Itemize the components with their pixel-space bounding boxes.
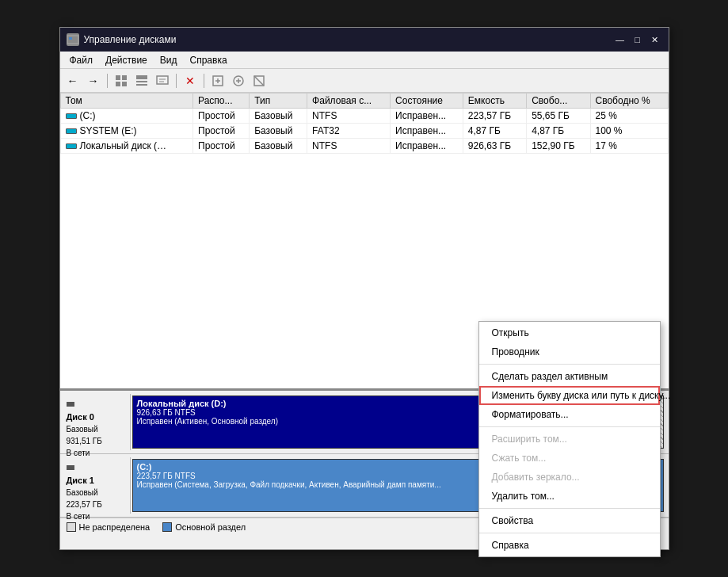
legend-unallocated-label: Не распределена xyxy=(79,522,151,532)
prop2-button[interactable] xyxy=(229,72,248,90)
disk0-d-title: Локальный диск (D:) xyxy=(137,399,501,408)
window-icon xyxy=(67,33,79,46)
ctx-item-properties[interactable]: Свойства xyxy=(479,511,660,530)
disk1-size: 223,57 ГБ xyxy=(67,499,127,510)
forward-button[interactable]: → xyxy=(84,72,103,90)
ctx-item-mirror: Добавить зеркало... xyxy=(479,468,660,487)
col-status[interactable]: Состояние xyxy=(391,94,463,109)
window-controls: — □ ✕ xyxy=(613,32,662,47)
svg-line-20 xyxy=(254,76,264,86)
menu-file[interactable]: Файл xyxy=(63,53,100,67)
ctx-item-open[interactable]: Открыть xyxy=(479,323,660,342)
col-capacity[interactable]: Емкость xyxy=(463,94,526,109)
col-fs[interactable]: Файловая с... xyxy=(307,94,391,109)
table-row[interactable]: SYSTEM (E:)ПростойБазовыйFAT32Исправен..… xyxy=(60,124,668,139)
disk0-label: Диск 0 Базовый 931,51 ГБ В сети xyxy=(63,394,131,450)
disk1-status: В сети xyxy=(67,510,127,522)
prop3-button[interactable] xyxy=(250,72,269,90)
disk0-partition-d[interactable]: Локальный диск (D:) 926,63 ГБ NTFS Испра… xyxy=(132,395,505,449)
ctx-item-format[interactable]: Форматировать... xyxy=(479,405,660,424)
toolbar-sep3 xyxy=(204,74,204,88)
toolbar-sep2 xyxy=(176,74,177,88)
table-row[interactable]: (C:)ПростойБазовыйNTFSИсправен...223,57 … xyxy=(60,109,668,124)
svg-rect-6 xyxy=(122,82,127,86)
ctx-item-explorer[interactable]: Проводник xyxy=(479,342,660,361)
legend-unallocated: Не распределена xyxy=(67,522,151,532)
menu-bar: Файл Действие Вид Справка xyxy=(60,52,669,69)
disk1-label: Диск 1 Базовый 223,57 ГБ В сети xyxy=(63,457,131,514)
svg-rect-10 xyxy=(157,76,168,84)
context-menu-separator xyxy=(479,533,660,533)
legend-primary-label: Основной раздел xyxy=(175,522,246,532)
menu-action[interactable]: Действие xyxy=(99,53,154,67)
disk0-name: Диск 0 xyxy=(67,411,127,424)
col-type[interactable]: Тип xyxy=(250,94,307,109)
ctx-item-delete-vol[interactable]: Удалить том... xyxy=(479,487,660,506)
svg-rect-5 xyxy=(116,82,120,86)
disk1-type: Базовый xyxy=(67,487,127,499)
context-menu-separator xyxy=(479,508,660,509)
svg-rect-1 xyxy=(69,37,72,40)
minimize-button[interactable]: — xyxy=(613,32,627,47)
disk0-size: 931,51 ГБ xyxy=(67,435,127,447)
object-button[interactable] xyxy=(132,72,151,90)
legend-unallocated-box xyxy=(67,522,76,532)
ctx-item-change-letter[interactable]: Изменить букву диска или путь к диску... xyxy=(479,386,660,405)
svg-rect-9 xyxy=(136,84,147,86)
col-free[interactable]: Свобо... xyxy=(527,94,590,109)
disk0-d-size: 926,63 ГБ NTFS xyxy=(137,408,501,417)
window-title: Управление дисками xyxy=(84,34,613,45)
disk0-type: Базовый xyxy=(67,423,127,435)
toolbar: ← → ✕ xyxy=(60,69,669,93)
svg-rect-8 xyxy=(136,81,147,82)
scope-button[interactable] xyxy=(112,72,131,90)
context-menu: ОткрытьПроводникСделать раздел активнымИ… xyxy=(478,321,661,557)
toolbar-sep1 xyxy=(107,74,108,88)
ctx-item-extend: Расширить том... xyxy=(479,430,660,449)
context-menu-separator xyxy=(479,426,660,427)
legend-primary: Основной раздел xyxy=(162,522,246,532)
ctx-item-make-active[interactable]: Сделать раздел активным xyxy=(479,367,660,386)
svg-rect-2 xyxy=(73,37,77,40)
console-button[interactable] xyxy=(153,72,172,90)
context-menu-separator xyxy=(479,364,660,365)
back-button[interactable]: ← xyxy=(63,72,82,90)
close-button[interactable]: ✕ xyxy=(648,32,662,47)
title-bar: Управление дисками — □ ✕ xyxy=(60,28,669,52)
main-window: Управление дисками — □ ✕ Файл Действие В… xyxy=(59,27,669,550)
disk0-icon xyxy=(67,402,74,407)
svg-rect-4 xyxy=(122,75,127,80)
maximize-button[interactable]: □ xyxy=(631,32,645,47)
col-free-pct[interactable]: Свободно % xyxy=(590,94,668,109)
svg-rect-3 xyxy=(116,75,120,80)
disk-table: Том Распо... Тип Файловая с... Состояние… xyxy=(60,93,669,154)
col-location[interactable]: Распо... xyxy=(193,94,250,109)
disk0-d-status: Исправен (Активен, Основной раздел) xyxy=(137,417,501,426)
menu-view[interactable]: Вид xyxy=(154,53,184,67)
col-volume[interactable]: Том xyxy=(60,94,193,109)
disk1-name: Диск 1 xyxy=(67,474,127,487)
ctx-item-help[interactable]: Справка xyxy=(479,536,660,555)
prop1-button[interactable] xyxy=(208,72,227,90)
svg-rect-7 xyxy=(136,75,147,79)
table-row[interactable]: Локальный диск (…ПростойБазовыйNTFSИспра… xyxy=(60,139,668,154)
legend-primary-box xyxy=(162,522,172,532)
menu-help[interactable]: Справка xyxy=(184,53,234,67)
ctx-item-shrink: Сжать том... xyxy=(479,449,660,468)
disk1-icon xyxy=(67,465,74,470)
delete-button[interactable]: ✕ xyxy=(181,72,200,90)
